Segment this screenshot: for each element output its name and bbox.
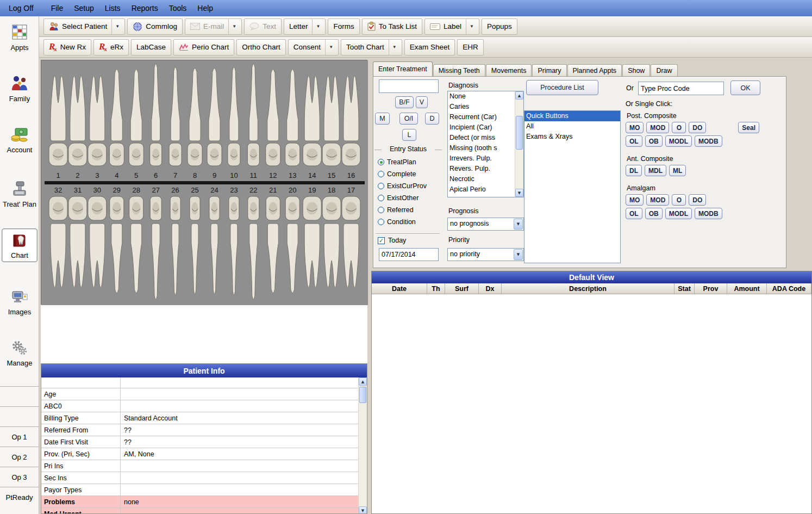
- radio-complete[interactable]: Complete: [378, 168, 427, 180]
- menu-file[interactable]: File: [46, 2, 69, 15]
- quick-proc-post-composite-modl[interactable]: MODL: [665, 135, 692, 147]
- scroll-down-icon[interactable]: ▼: [359, 506, 367, 514]
- radio-existcurprov[interactable]: ExistCurProv: [378, 180, 427, 192]
- toolbar-button-forms[interactable]: Forms: [328, 18, 359, 35]
- grid-column-date[interactable]: Date: [372, 283, 427, 294]
- quick-buttons-listbox[interactable]: Quick ButtonsAllExams & Xrays: [524, 110, 621, 263]
- grid-column-surf[interactable]: Surf: [445, 283, 479, 294]
- menu-tools[interactable]: Tools: [164, 2, 192, 15]
- surface-button-o-i[interactable]: O/I: [399, 113, 418, 125]
- grid-column-prov[interactable]: Prov: [695, 283, 727, 294]
- tab-planned-appts[interactable]: Planned Appts: [567, 64, 622, 76]
- tab-draw[interactable]: Draw: [651, 64, 677, 76]
- grid-column-stat[interactable]: Stat: [674, 283, 695, 294]
- toolbar-button-exam-sheet[interactable]: Exam Sheet: [404, 39, 455, 55]
- toolbar-button-erx[interactable]: RxeRx: [93, 39, 129, 55]
- quick-proc-amalgam-modl[interactable]: MODL: [665, 208, 692, 219]
- tab-primary[interactable]: Primary: [532, 64, 566, 76]
- quick-list-option-all[interactable]: All: [524, 121, 620, 132]
- surface-button-b-f[interactable]: B/F: [395, 96, 414, 108]
- scroll-down-icon[interactable]: ▼: [515, 189, 523, 197]
- procedure-list-button[interactable]: Procedure List: [526, 80, 598, 95]
- diagnosis-option-missing-tooth-s[interactable]: Missing (tooth s: [448, 143, 515, 153]
- quick-proc-post-composite-o[interactable]: O: [672, 122, 686, 133]
- quick-list-option-quick-buttons[interactable]: Quick Buttons: [524, 111, 620, 121]
- diagnosis-option-caries[interactable]: Caries: [448, 102, 515, 112]
- diagnosis-option-revers-pulp[interactable]: Revers. Pulp.: [448, 164, 515, 174]
- sidebar-item-images[interactable]: Images: [2, 286, 38, 319]
- dropdown-arrow-icon[interactable]: ▼: [389, 40, 397, 55]
- tab-missing-teeth[interactable]: Missing Teeth: [433, 64, 485, 76]
- quick-proc-post-composite-mo[interactable]: MO: [626, 122, 644, 133]
- proc-code-field[interactable]: [638, 82, 724, 95]
- toolbar-button-select-patient[interactable]: Select Patient▼: [43, 18, 125, 35]
- priority-dropdown[interactable]: no priority ▼: [447, 248, 524, 261]
- operatory-ptready[interactable]: PtReady: [0, 487, 39, 507]
- quick-proc-ant-composite-dl[interactable]: DL: [626, 165, 642, 176]
- diagnosis-option-recurrent-car[interactable]: Recurrent (Car): [448, 112, 515, 122]
- prognosis-dropdown[interactable]: no prognosis ▼: [447, 218, 524, 231]
- grid-column-description[interactable]: Description: [502, 283, 674, 294]
- quick-proc-post-composite-do[interactable]: DO: [689, 122, 706, 133]
- menu-setup[interactable]: Setup: [68, 2, 99, 15]
- toolbar-button-e-mail[interactable]: E-mail▼: [185, 18, 242, 35]
- treatment-date-field[interactable]: [379, 248, 439, 261]
- sidebar-item-appts[interactable]: Appts: [2, 21, 38, 54]
- toolbar-button-letter[interactable]: Letter▼: [284, 18, 326, 35]
- dropdown-arrow-icon[interactable]: ▼: [514, 249, 523, 260]
- operatory-op-3[interactable]: Op 3: [0, 467, 39, 487]
- quick-proc-ant-composite-mdl[interactable]: MDL: [645, 165, 666, 176]
- toolbar-button-consent[interactable]: Consent▼: [288, 39, 339, 55]
- quick-proc-ant-composite-ml[interactable]: ML: [669, 165, 686, 176]
- scroll-up-icon[interactable]: ▲: [359, 377, 367, 386]
- toolbar-button-label[interactable]: Label▼: [424, 18, 479, 35]
- quick-proc-post-composite-modb[interactable]: MODB: [695, 135, 722, 147]
- toolbar-button-popups[interactable]: Popups: [482, 18, 517, 35]
- dropdown-arrow-icon[interactable]: ▼: [228, 19, 236, 34]
- quick-proc-amalgam-mod[interactable]: MOD: [646, 194, 669, 206]
- quick-proc-amalgam-ol[interactable]: OL: [626, 208, 642, 219]
- grid-column-dx[interactable]: Dx: [479, 283, 502, 294]
- tab-show[interactable]: Show: [622, 64, 650, 76]
- tab-movements[interactable]: Movements: [486, 64, 532, 76]
- radio-condition[interactable]: Condition: [378, 216, 427, 228]
- sidebar-item-manage[interactable]: Manage: [2, 336, 38, 370]
- sidebar-item-treat-plan[interactable]: Treat' Plan: [2, 177, 38, 211]
- dropdown-arrow-icon[interactable]: ▼: [514, 219, 523, 230]
- surface-button-m[interactable]: M: [375, 113, 390, 125]
- diagnosis-option-none[interactable]: None: [448, 91, 515, 102]
- scroll-thumb[interactable]: [516, 116, 523, 150]
- quick-proc-post-composite-ob[interactable]: OB: [645, 135, 663, 147]
- dropdown-arrow-icon[interactable]: ▼: [466, 19, 474, 34]
- sidebar-item-family[interactable]: Family: [2, 72, 38, 106]
- quick-proc-amalgam-modb[interactable]: MODB: [695, 208, 722, 219]
- quick-proc-amalgam-o[interactable]: O: [672, 194, 686, 206]
- radio-referred[interactable]: Referred: [378, 204, 427, 216]
- tab-enter-treatment[interactable]: Enter Treatment: [373, 61, 433, 76]
- diagnosis-scrollbar[interactable]: ▲▼: [515, 91, 523, 197]
- scroll-up-icon[interactable]: ▲: [515, 91, 523, 100]
- quick-proc-post-composite-ol[interactable]: OL: [626, 135, 642, 147]
- toolbar-button-commlog[interactable]: Commlog: [127, 18, 183, 35]
- toolbar-button-new-rx[interactable]: RxNew Rx: [43, 39, 91, 55]
- menu-help[interactable]: Help: [192, 2, 218, 15]
- grid-column-amount[interactable]: Amount: [727, 283, 767, 294]
- diagnosis-listbox[interactable]: NoneCariesRecurrent (Car)Incipient (Car)…: [447, 91, 524, 197]
- toolbar-button-tooth-chart[interactable]: Tooth Chart▼: [341, 39, 402, 55]
- grid-column-th[interactable]: Th: [427, 283, 445, 294]
- quick-proc-post-composite-mod[interactable]: MOD: [646, 122, 669, 133]
- dropdown-arrow-icon[interactable]: ▼: [312, 19, 320, 34]
- diagnosis-option-apical-perio[interactable]: Apical Perio: [448, 184, 515, 195]
- toolbar-button-text[interactable]: Text: [244, 18, 282, 35]
- sidebar-item-account[interactable]: Account: [2, 123, 38, 157]
- grid-column-ada-code[interactable]: ADA Code: [767, 283, 811, 294]
- sidebar-item-chart[interactable]: Chart: [2, 228, 38, 262]
- surface-button-d[interactable]: D: [425, 113, 439, 125]
- menu-log-off[interactable]: Log Off: [3, 2, 39, 15]
- tooth-chart[interactable]: 1322313304295286277268259241023112212211…: [41, 60, 367, 305]
- diagnosis-option-irrevers-pulp[interactable]: Irrevers. Pulp.: [448, 153, 515, 164]
- toolbar-button-to-task-list[interactable]: To Task List: [362, 18, 422, 35]
- today-checkbox[interactable]: ✓: [378, 237, 385, 244]
- radio-existother[interactable]: ExistOther: [378, 192, 427, 204]
- diagnosis-option-defect-or-miss[interactable]: Defect (or miss: [448, 133, 515, 143]
